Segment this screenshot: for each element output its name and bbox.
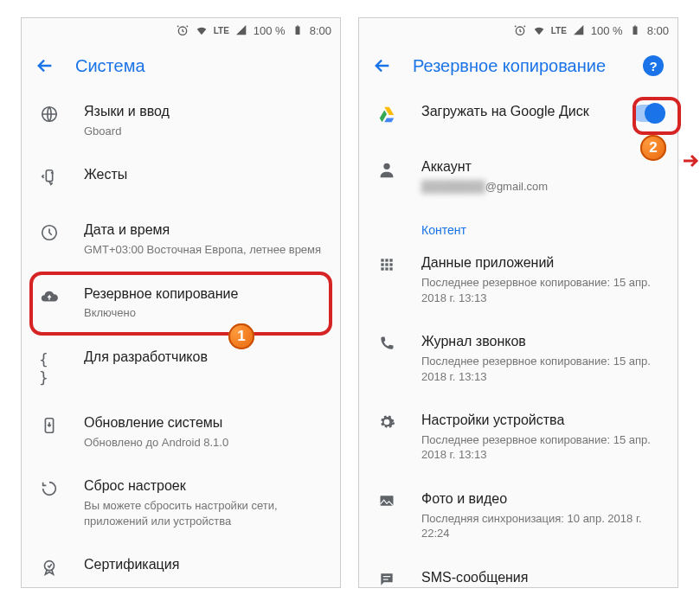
item-certification[interactable]: Сертификация bbox=[22, 542, 340, 588]
clock-icon bbox=[40, 223, 59, 242]
cert-icon bbox=[40, 558, 59, 577]
svg-rect-17 bbox=[389, 264, 392, 266]
gear-icon bbox=[378, 413, 395, 431]
svg-point-11 bbox=[383, 163, 389, 169]
label: Фото и видео bbox=[421, 490, 664, 508]
update-icon bbox=[40, 416, 59, 435]
svg-rect-13 bbox=[385, 259, 388, 262]
annotation-badge-2: 2 bbox=[640, 135, 666, 161]
svg-rect-15 bbox=[381, 264, 383, 266]
label: Загружать на Google Диск bbox=[421, 103, 601, 121]
label: Сертификация bbox=[84, 556, 326, 574]
sub: Последняя синхронизация: 10 апр. 2018 г.… bbox=[421, 511, 664, 541]
battery-icon bbox=[628, 23, 642, 37]
alarm-icon bbox=[513, 23, 527, 37]
label: Сброс настроек bbox=[84, 477, 326, 496]
item-reset[interactable]: Сброс настроекВы можете сбросить настрой… bbox=[22, 464, 340, 542]
annotation-badge-1: 1 bbox=[228, 323, 254, 349]
sub: Вы можете сбросить настройки сети, прило… bbox=[84, 498, 326, 528]
header: Резервное копирование ? bbox=[359, 42, 678, 89]
item-account[interactable]: Аккаунт████████@gmail.com bbox=[359, 144, 678, 208]
battery-text: 100 % bbox=[591, 24, 623, 37]
sub: Последнее резервное копирование: 15 апр.… bbox=[421, 354, 664, 384]
label: Журнал звонков bbox=[421, 333, 664, 351]
item-developer[interactable]: { } Для разработчиков bbox=[22, 335, 340, 400]
header: Система bbox=[22, 42, 340, 89]
upload-toggle[interactable] bbox=[633, 105, 664, 122]
label: Жесты bbox=[84, 166, 326, 184]
drive-icon bbox=[377, 105, 396, 124]
label: Данные приложений bbox=[421, 254, 664, 272]
cloud-upload-icon bbox=[40, 287, 59, 306]
sub: GMT+03:00 Восточная Европа, летнее время bbox=[84, 242, 326, 258]
page-title: Резервное копирование bbox=[413, 56, 606, 76]
apps-icon bbox=[378, 256, 395, 273]
label: Языки и ввод bbox=[84, 103, 326, 121]
label: Резервное копирование bbox=[84, 285, 326, 304]
phone-left: LTE 100 % 8:00 Система Языки и вводGboar… bbox=[21, 17, 341, 588]
reset-icon bbox=[40, 479, 59, 498]
svg-rect-4 bbox=[46, 170, 52, 182]
item-gestures[interactable]: Жесты bbox=[22, 152, 340, 208]
svg-rect-19 bbox=[385, 268, 388, 271]
account-icon bbox=[377, 160, 396, 179]
item-app-data[interactable]: Данные приложенийПоследнее резервное коп… bbox=[359, 240, 678, 319]
svg-rect-9 bbox=[633, 27, 637, 35]
alarm-icon bbox=[176, 23, 189, 37]
signal-icon bbox=[572, 23, 586, 37]
phone-icon bbox=[378, 335, 395, 352]
signal-icon bbox=[234, 23, 248, 37]
lte-label: LTE bbox=[551, 26, 567, 35]
battery-text: 100 % bbox=[254, 24, 286, 37]
wifi-icon bbox=[532, 23, 546, 37]
item-backup[interactable]: Резервное копированиеВключено bbox=[22, 272, 340, 335]
svg-rect-10 bbox=[634, 26, 636, 27]
annotation-arrow-icon bbox=[684, 154, 699, 168]
back-button[interactable] bbox=[35, 56, 55, 75]
sub: Последнее резервное копирование: 15 апр.… bbox=[421, 432, 664, 463]
item-datetime[interactable]: Дата и времяGMT+03:00 Восточная Европа, … bbox=[22, 208, 340, 271]
label: Дата и время bbox=[84, 221, 326, 240]
globe-icon bbox=[40, 105, 59, 124]
sms-icon bbox=[378, 571, 395, 588]
svg-rect-1 bbox=[295, 27, 299, 35]
item-photo-video[interactable]: Фото и видеоПоследняя синхронизация: 10 … bbox=[359, 476, 678, 555]
label: Аккаунт bbox=[421, 158, 664, 176]
braces-icon: { } bbox=[39, 350, 60, 387]
svg-rect-14 bbox=[389, 259, 392, 262]
gestures-icon bbox=[40, 168, 59, 187]
page-title: Система bbox=[75, 56, 145, 76]
statusbar: LTE 100 % 8:00 bbox=[359, 18, 678, 42]
sub: ████████@gmail.com bbox=[421, 179, 664, 195]
label: SMS-сообщения bbox=[421, 569, 664, 587]
svg-point-7 bbox=[45, 561, 55, 571]
item-device-settings[interactable]: Настройки устройстваПоследнее резервное … bbox=[359, 398, 678, 476]
sub: Gboard bbox=[84, 124, 326, 139]
time-text: 8:00 bbox=[647, 24, 669, 37]
sub: Обновлено до Android 8.1.0 bbox=[84, 435, 326, 451]
wifi-icon bbox=[195, 23, 209, 37]
sub: Последнее резервное копирование: 15 апр.… bbox=[421, 275, 664, 305]
item-update[interactable]: Обновление системыОбновлено до Android 8… bbox=[22, 400, 340, 464]
phone-right: LTE 100 % 8:00 Резервное копирование ? З… bbox=[358, 17, 678, 588]
item-upload-drive[interactable]: Загружать на Google Диск bbox=[359, 89, 678, 144]
svg-rect-2 bbox=[297, 26, 299, 27]
back-button[interactable] bbox=[373, 56, 392, 75]
item-languages[interactable]: Языки и вводGboard bbox=[22, 89, 340, 152]
item-call-log[interactable]: Журнал звонковПоследнее резервное копиро… bbox=[359, 319, 678, 398]
section-content: Контент bbox=[359, 208, 678, 240]
svg-rect-16 bbox=[385, 264, 388, 266]
svg-rect-20 bbox=[389, 268, 392, 271]
sub: Включено bbox=[84, 305, 326, 321]
image-icon bbox=[378, 492, 395, 509]
label: Обновление системы bbox=[84, 414, 326, 432]
item-sms[interactable]: SMS-сообщенияПоследнее резервное копиров… bbox=[359, 555, 678, 588]
statusbar: LTE 100 % 8:00 bbox=[22, 18, 340, 42]
help-button[interactable]: ? bbox=[643, 55, 664, 76]
lte-label: LTE bbox=[214, 26, 229, 35]
svg-rect-12 bbox=[381, 259, 383, 262]
battery-icon bbox=[291, 23, 305, 37]
label: Для разработчиков bbox=[84, 349, 326, 367]
svg-rect-18 bbox=[381, 268, 383, 271]
label: Настройки устройства bbox=[421, 412, 664, 430]
